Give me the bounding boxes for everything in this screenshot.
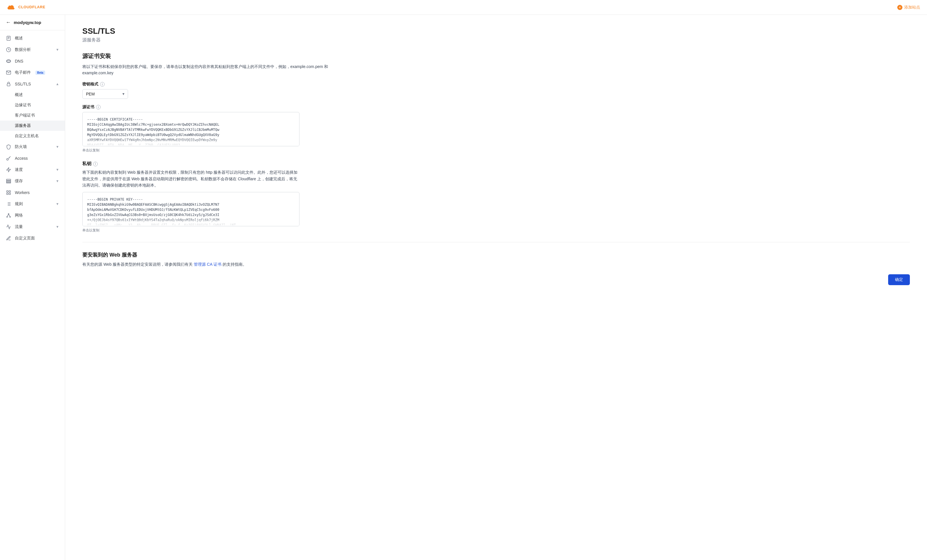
private-key-info-icon[interactable]: i xyxy=(93,162,98,166)
private-key-content-box[interactable]: -----BEGIN PRIVATE KEY----- MIIEvQIBADAN… xyxy=(82,192,299,226)
svg-point-24 xyxy=(6,217,8,217)
page-header: SSL/TLS 源服务器 xyxy=(82,26,910,43)
chevron-down-icon: ▼ xyxy=(56,48,59,52)
sidebar-sublabel-ssl-custom-hostname: 自定义主机名 xyxy=(15,134,39,138)
section-title: 源证书安装 xyxy=(82,52,910,60)
web-server-desc-suffix: 的支持指南。 xyxy=(223,262,246,267)
sidebar-item-ssl-tls[interactable]: SSL/TLS ▲ xyxy=(0,78,65,90)
sidebar-subitem-ssl-custom-hostname[interactable]: 自定义主机名 xyxy=(0,131,65,141)
key-format-label: 密钥格式 i xyxy=(82,82,910,87)
beta-badge: Beta xyxy=(35,71,45,75)
sidebar-label-analytics: 数据分析 xyxy=(15,47,31,52)
cert-content-box[interactable]: -----BEGIN CERTIFICATE----- MIIEojCCA4qg… xyxy=(82,112,299,146)
network-icon xyxy=(6,212,11,218)
cert-label-text: 源证书 xyxy=(82,105,94,110)
key-format-info-icon[interactable]: i xyxy=(100,82,105,87)
section-desc: 将以下证书和私钥保存到您的客户端。要保存，请单击以复制这些内容并将其粘贴到您客户… xyxy=(82,64,339,76)
sidebar-label-custom-page: 自定义页面 xyxy=(15,236,35,241)
private-key-desc: 将下面的私钥内容复制到 Web 服务器并设置文件权限，限制只有您的 http 服… xyxy=(82,169,299,188)
shield-icon xyxy=(6,144,11,150)
chevron-down-icon-traffic: ▼ xyxy=(56,225,59,229)
sidebar-subitem-ssl-client-certs[interactable]: 客户端证书 xyxy=(0,110,65,121)
web-server-desc: 有关您的源 Web 服务器类型的特定安装说明，请参阅我们有关 管理源 CA 证书… xyxy=(82,261,910,267)
chevron-down-icon-rules: ▼ xyxy=(56,202,59,206)
sidebar-item-rules[interactable]: 规则 ▼ xyxy=(0,198,65,210)
site-name: modyqyw.top xyxy=(14,20,41,25)
doc-icon xyxy=(6,35,11,41)
svg-rect-15 xyxy=(6,193,8,194)
certificate-field: 源证书 i -----BEGIN CERTIFICATE----- MIIEoj… xyxy=(82,105,910,153)
sidebar-label-workers: Workers xyxy=(15,190,30,195)
sidebar-subitem-ssl-origin-server[interactable]: 源服务器 xyxy=(0,121,65,131)
svg-rect-13 xyxy=(6,191,8,192)
sidebar-label-rules: 规则 xyxy=(15,202,23,206)
sidebar-label-network: 网络 xyxy=(15,213,23,218)
page-subtitle: 源服务器 xyxy=(82,37,910,43)
svg-rect-12 xyxy=(6,182,11,183)
confirm-button[interactable]: 确定 xyxy=(888,274,910,285)
web-server-title: 要安装到的 Web 服务器 xyxy=(82,252,910,258)
private-key-label-text: 私钥 xyxy=(82,161,91,167)
sidebar-item-network[interactable]: 网络 xyxy=(0,210,65,221)
sidebar-item-workers[interactable]: Workers xyxy=(0,187,65,198)
sidebar-item-cache[interactable]: 缓存 ▼ xyxy=(0,175,65,187)
sidebar-item-custom-page[interactable]: 自定义页面 xyxy=(0,232,65,244)
add-site-plus-icon: + xyxy=(897,5,903,10)
cert-copy-label[interactable]: 单击以复制 xyxy=(82,148,910,153)
svg-rect-16 xyxy=(9,193,11,194)
lock-icon xyxy=(6,81,11,87)
sidebar-item-email[interactable]: 电子邮件 Beta xyxy=(0,67,65,78)
bolt-icon xyxy=(6,167,11,173)
sidebar-label-ssl-tls: SSL/TLS xyxy=(15,82,31,86)
back-icon[interactable]: ← xyxy=(6,20,11,26)
add-site-label: 添加站点 xyxy=(904,5,920,10)
cloudflare-text: CLOUDFLARE xyxy=(18,5,46,9)
key-icon xyxy=(6,155,11,161)
web-server-desc-prefix: 有关您的源 Web 服务器类型的特定安装说明，请参阅我们有关 xyxy=(82,262,193,267)
sidebar-label-dns: DNS xyxy=(15,59,23,64)
cloudflare-logo: CLOUDFLARE xyxy=(6,3,46,10)
svg-point-8 xyxy=(6,159,8,160)
sidebar-label-speed: 速度 xyxy=(15,167,23,172)
key-format-select[interactable]: PEM PKCS7 DER xyxy=(82,89,128,99)
sidebar-label-cache: 缓存 xyxy=(15,179,23,184)
mail-icon xyxy=(6,70,11,76)
private-key-section: 私钥 i 将下面的私钥内容复制到 Web 服务器并设置文件权限，限制只有您的 h… xyxy=(82,161,910,232)
svg-rect-10 xyxy=(6,179,11,180)
chevron-down-icon-fw: ▼ xyxy=(56,145,59,149)
svg-point-23 xyxy=(8,213,9,214)
main-content: SSL/TLS 源服务器 源证书安装 将以下证书和私钥保存到您的客户端。要保存，… xyxy=(65,15,927,560)
sidebar-item-speed[interactable]: 速度 ▼ xyxy=(0,164,65,175)
chevron-up-icon: ▲ xyxy=(56,82,59,86)
sidebar-label-traffic: 流量 xyxy=(15,224,23,229)
sidebar-label-overview: 概述 xyxy=(15,36,23,41)
private-key-content-text: -----BEGIN PRIVATE KEY----- MIIEvQIBADAN… xyxy=(87,197,295,226)
chart-icon xyxy=(6,47,11,53)
key-format-select-wrapper: PEM PKCS7 DER ▼ xyxy=(82,89,128,99)
server-icon xyxy=(6,178,11,184)
manage-ca-cert-link[interactable]: 管理源 CA 证书 xyxy=(194,262,221,267)
sidebar-sublabel-ssl-edge-certs: 边缘证书 xyxy=(15,103,31,108)
workers-icon xyxy=(6,190,11,196)
dns-icon xyxy=(6,58,11,64)
sidebar-item-overview[interactable]: 概述 xyxy=(0,33,65,44)
sidebar-item-analytics[interactable]: 数据分析 ▼ xyxy=(0,44,65,55)
sidebar-subitem-ssl-edge-certs[interactable]: 边缘证书 xyxy=(0,100,65,110)
sidebar-item-firewall[interactable]: 防火墙 ▼ xyxy=(0,141,65,153)
sidebar-label-access: Access xyxy=(15,156,28,161)
sidebar-label-email: 电子邮件 xyxy=(15,70,31,75)
private-key-copy-label[interactable]: 单击以复制 xyxy=(82,228,910,233)
svg-rect-11 xyxy=(6,181,11,182)
cloudflare-logo-icon xyxy=(6,3,16,10)
sidebar-item-dns[interactable]: DNS xyxy=(0,55,65,67)
svg-marker-9 xyxy=(6,168,11,172)
chevron-down-icon-cache: ▼ xyxy=(56,179,59,183)
sidebar-item-traffic[interactable]: 流量 ▼ xyxy=(0,221,65,232)
origin-cert-section: 源证书安装 将以下证书和私钥保存到您的客户端。要保存，请单击以复制这些内容并将其… xyxy=(82,52,910,267)
sidebar-subitem-ssl-overview[interactable]: 概述 xyxy=(0,90,65,100)
sidebar: ← modyqyw.top 概述 数据分析 ▼ xyxy=(0,15,65,560)
cert-info-icon[interactable]: i xyxy=(96,105,100,109)
page-icon xyxy=(6,235,11,241)
sidebar-item-access[interactable]: Access xyxy=(0,153,65,164)
add-site-button[interactable]: + 添加站点 xyxy=(897,5,920,10)
